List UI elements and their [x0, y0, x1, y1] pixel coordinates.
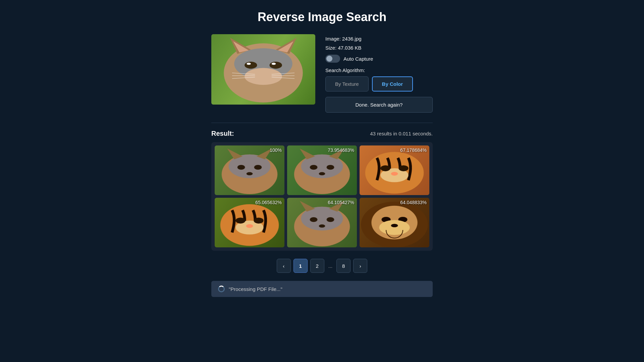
result-label: Result:: [211, 130, 234, 137]
result-item[interactable]: 100%: [215, 145, 284, 195]
top-section: Image: 2436.jpg Size: 47.036 KB Auto Cap…: [211, 34, 433, 113]
info-panel: Image: 2436.jpg Size: 47.036 KB Auto Cap…: [325, 34, 433, 113]
result-header: Result: 43 results in 0.011 seconds.: [211, 130, 433, 137]
image-preview-canvas: [211, 34, 315, 105]
result-percentage: 67.178684%: [400, 147, 427, 153]
result-percentage: 64.105427%: [328, 200, 354, 205]
result-item[interactable]: 64.105427%: [287, 198, 357, 247]
by-color-button[interactable]: By Color: [372, 76, 413, 92]
results-grid: 100%73.954683%67.178684%65.065632%64.105…: [215, 145, 429, 247]
auto-capture-row: Auto Capture: [325, 55, 433, 63]
page-dots: ...: [327, 263, 334, 269]
next-page-button[interactable]: ›: [353, 259, 367, 273]
by-texture-button[interactable]: By Texture: [325, 76, 369, 92]
result-item-canvas: [360, 145, 429, 195]
image-size: Size: 47.036 KB: [325, 45, 433, 51]
result-percentage: 65.065632%: [255, 200, 282, 205]
image-name: Image: 2436.jpg: [325, 36, 433, 42]
result-percentage: 64.048833%: [400, 200, 427, 205]
search-again-button[interactable]: Done. Search again?: [325, 97, 433, 113]
result-percentage: 100%: [270, 147, 282, 153]
page-title: Reverse Image Search: [258, 10, 386, 24]
result-item-canvas: [287, 198, 357, 247]
toggle-knob: [326, 56, 332, 62]
results-grid-container: 100%73.954683%67.178684%65.065632%64.105…: [211, 142, 433, 251]
page-1-button[interactable]: 1: [293, 259, 308, 273]
result-item-canvas: [287, 145, 357, 195]
search-algorithm-label: Search Algorithm:: [325, 67, 433, 73]
divider: [211, 123, 433, 123]
algorithm-buttons: By Texture By Color: [325, 76, 433, 92]
result-item[interactable]: 65.065632%: [215, 198, 284, 247]
spinner-icon: [218, 286, 225, 292]
result-item-canvas: [215, 198, 284, 247]
pagination: ‹ 1 2 ... 8 ›: [277, 259, 368, 273]
page-2-button[interactable]: 2: [310, 259, 324, 273]
status-text: "Processing PDF File...": [229, 286, 282, 292]
result-percentage: 73.954683%: [328, 147, 354, 153]
result-item[interactable]: 67.178684%: [360, 145, 429, 195]
prev-page-button[interactable]: ‹: [277, 259, 291, 273]
result-item-canvas: [215, 145, 284, 195]
status-bar: "Processing PDF File...": [211, 281, 433, 297]
image-preview: [211, 34, 315, 105]
result-item[interactable]: 64.048833%: [360, 198, 429, 247]
result-count: 43 results in 0.011 seconds.: [370, 131, 433, 136]
auto-capture-label: Auto Capture: [343, 56, 373, 62]
page-8-button[interactable]: 8: [336, 259, 351, 273]
result-item[interactable]: 73.954683%: [287, 145, 357, 195]
page-container: Reverse Image Search Image: 2436.jpg Siz…: [0, 0, 644, 310]
result-item-canvas: [360, 198, 429, 247]
auto-capture-toggle[interactable]: [325, 55, 340, 63]
